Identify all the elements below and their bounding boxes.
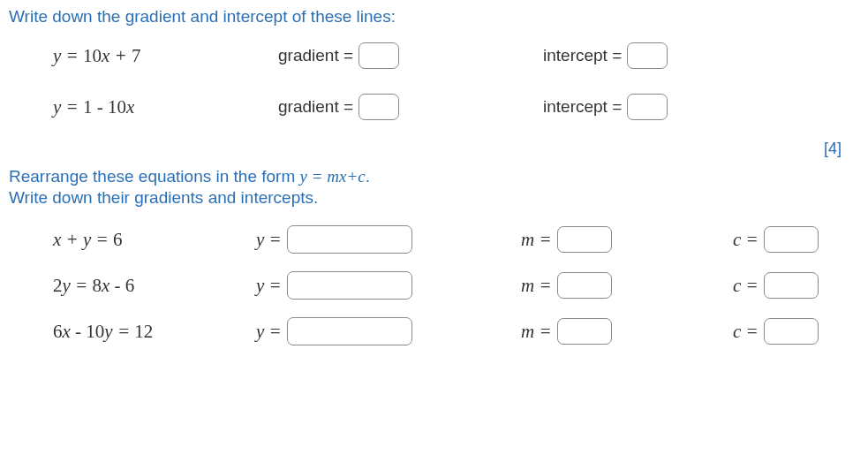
intercept-input-0[interactable] (627, 42, 668, 69)
section2-instruction-line2: Write down their gradients and intercept… (9, 188, 859, 208)
m-input-2[interactable] (557, 318, 612, 345)
gradient-input-1[interactable] (359, 94, 399, 120)
y-label-2: y = (256, 321, 282, 343)
y-label-0: y = (256, 229, 282, 251)
m-input-1[interactable] (557, 272, 612, 299)
section2-instruction-line1: Rearrange these equations in the form (9, 167, 300, 186)
gradient-label-1: gradient = (278, 97, 353, 117)
section1-instruction: Write down the gradient and intercept of… (9, 7, 859, 27)
marks-1: [4] (9, 140, 859, 158)
equation2-2: 6x - 10y = 12 (9, 321, 256, 343)
section1-row-0: y = 10x + 7 gradient = intercept = (9, 42, 859, 69)
m-input-0[interactable] (557, 226, 612, 253)
c-input-1[interactable] (764, 272, 819, 299)
section2-instruction: Rearrange these equations in the form y … (9, 167, 859, 186)
m-label-0: m = (521, 229, 552, 251)
equation2-1: 2y = 8x - 6 (9, 275, 256, 297)
m-label-1: m = (521, 275, 552, 297)
gradient-input-0[interactable] (359, 42, 399, 69)
section2-row-2: 6x - 10y = 12 y = m = c = (9, 317, 859, 345)
equation2-0: x + y = 6 (9, 229, 256, 251)
c-label-1: c = (733, 275, 759, 297)
intercept-label-0: intercept = (543, 46, 622, 65)
section2-row-1: 2y = 8x - 6 y = m = c = (9, 271, 859, 300)
y-input-2[interactable] (287, 317, 412, 345)
gradient-label-0: gradient = (278, 46, 353, 65)
section2-instruction-math: y = mx+c (300, 167, 366, 186)
c-label-2: c = (733, 321, 759, 343)
m-label-2: m = (521, 321, 552, 343)
equation-1: y = 1 - 10x (9, 96, 278, 118)
y-input-1[interactable] (287, 271, 412, 300)
c-label-0: c = (733, 229, 759, 251)
section1-row-1: y = 1 - 10x gradient = intercept = (9, 94, 859, 120)
c-input-2[interactable] (764, 318, 819, 345)
c-input-0[interactable] (764, 226, 819, 253)
section2-instruction-line1-end: . (366, 167, 370, 186)
y-label-1: y = (256, 275, 282, 297)
section2-row-0: x + y = 6 y = m = c = (9, 225, 859, 254)
y-input-0[interactable] (287, 225, 412, 254)
intercept-label-1: intercept = (543, 97, 622, 117)
equation-0: y = 10x + 7 (9, 45, 278, 67)
intercept-input-1[interactable] (627, 94, 668, 120)
